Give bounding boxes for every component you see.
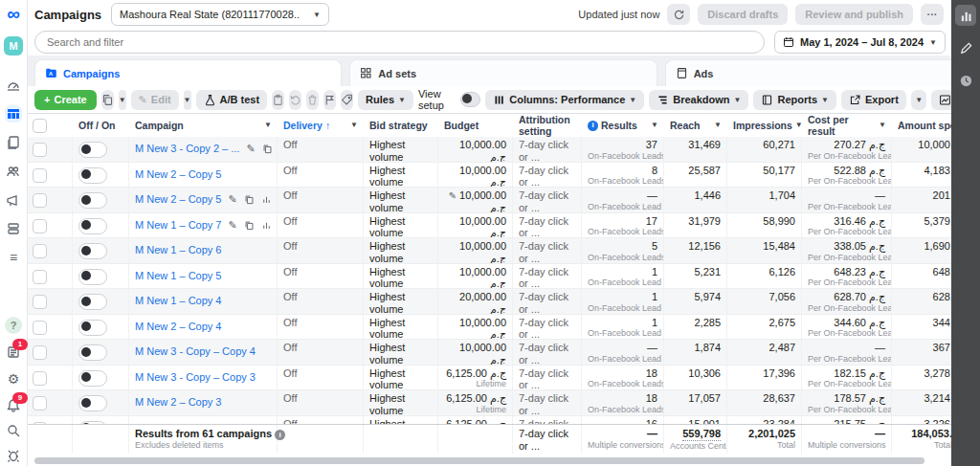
row-duplicate-icon[interactable] — [262, 144, 273, 154]
campaign-off-on-toggle[interactable] — [78, 269, 107, 285]
campaign-off-on-toggle[interactable] — [78, 395, 107, 411]
row-checkbox[interactable] — [33, 345, 47, 360]
campaign-off-on-toggle[interactable] — [78, 243, 107, 259]
row-checkbox[interactable] — [33, 168, 47, 183]
date-range-selector[interactable]: May 1, 2024 – Jul 8, 2024 ▼ — [774, 31, 946, 54]
row-edit-pencil-icon[interactable]: ✎ — [228, 193, 236, 206]
row-checkbox[interactable] — [33, 321, 47, 335]
col-header-campaign[interactable]: Campaign▼ — [129, 121, 278, 131]
col-header-cost-per-result[interactable]: Cost per result▼ — [802, 115, 892, 136]
more-options-button[interactable]: ··· — [921, 4, 944, 25]
campaign-name-link[interactable]: M New 2 – Copy 3 — [135, 396, 221, 409]
edit-panel-pencil-icon[interactable] — [955, 37, 976, 58]
col-header-results[interactable]: iResults▼ — [582, 121, 664, 131]
breakdown-button[interactable]: Breakdown ▼ — [649, 90, 748, 110]
horizontal-scrollbar[interactable] — [34, 457, 924, 464]
export-caret-button[interactable]: ▼ — [911, 90, 927, 110]
tab-campaigns[interactable]: A Campaigns — [34, 59, 342, 86]
updates-icon[interactable]: 1 — [5, 344, 22, 361]
report-a-problem-icon[interactable] — [5, 447, 22, 464]
campaign-name-link[interactable]: M New 2 – Copy 5 — [135, 168, 221, 181]
campaign-off-on-toggle[interactable] — [78, 218, 107, 234]
campaign-off-on-toggle[interactable] — [78, 167, 107, 184]
campaign-off-on-toggle[interactable] — [78, 320, 107, 336]
row-checkbox[interactable] — [33, 270, 47, 284]
notifications-bell-icon[interactable]: 9 — [5, 397, 22, 414]
campaign-name-link[interactable]: M New 1 – Copy 5 — [135, 270, 221, 282]
reports-button[interactable]: Reports ▼ — [753, 90, 835, 110]
delete-button[interactable] — [306, 90, 319, 110]
row-checkbox[interactable] — [33, 143, 47, 157]
columns-button[interactable]: Columns: Performance ▼ — [485, 90, 644, 110]
campaign-name-link[interactable]: M New 1 – Copy 4 — [135, 295, 221, 307]
campaign-off-on-toggle[interactable] — [78, 192, 107, 209]
tab-ad-sets[interactable]: Ad sets — [349, 59, 657, 86]
campaign-off-on-toggle[interactable] — [78, 344, 107, 361]
row-duplicate-icon[interactable] — [244, 220, 255, 231]
tab-ads[interactable]: Ads — [665, 59, 972, 86]
ab-test-button[interactable]: A/B test — [196, 90, 268, 110]
all-tools-icon[interactable]: ≡ — [5, 249, 22, 266]
help-icon[interactable]: ? — [5, 317, 22, 334]
campaign-name-link[interactable]: M New 2 – Copy 4 — [135, 321, 221, 333]
history-clock-icon[interactable] — [955, 70, 976, 91]
campaign-name-link[interactable]: M New 1 – Copy 6 — [135, 244, 221, 256]
campaign-name-link[interactable]: M New 1 – Copy 7 — [135, 219, 221, 232]
row-chart-icon[interactable] — [261, 194, 272, 205]
ads-reporting-icon[interactable] — [5, 134, 22, 151]
campaign-name-link[interactable]: M New 3 - Copy – Copy 3 — [135, 371, 256, 384]
col-header-reach[interactable]: Reach▼ — [664, 121, 727, 131]
edit-button[interactable]: ✎ Edit — [131, 90, 179, 110]
settings-gear-icon[interactable]: ⚙ — [5, 370, 22, 388]
col-header-budget[interactable]: Budget — [438, 121, 513, 131]
row-checkbox[interactable] — [33, 396, 47, 411]
row-chart-icon[interactable] — [261, 220, 272, 231]
campaign-name-link[interactable]: M New 3 - Copy – Copy 4 — [135, 345, 256, 358]
row-checkbox[interactable] — [33, 371, 47, 386]
billing-icon[interactable] — [5, 220, 22, 237]
col-header-impressions[interactable]: Impressions▼ — [727, 121, 802, 131]
create-button[interactable]: + Create — [34, 90, 97, 110]
row-edit-pencil-icon[interactable]: ✎ — [228, 219, 236, 232]
audiences-icon[interactable] — [5, 163, 22, 180]
review-and-publish-button[interactable]: Review and publish — [795, 4, 913, 25]
campaign-off-on-toggle[interactable] — [78, 370, 107, 387]
pin-button[interactable] — [272, 90, 284, 110]
view-setup-toggle[interactable] — [460, 92, 480, 107]
discard-drafts-button[interactable]: Discard drafts — [698, 4, 788, 25]
advertise-icon[interactable] — [5, 191, 22, 209]
campaign-off-on-toggle[interactable] — [78, 294, 107, 310]
undo-button[interactable] — [289, 90, 301, 110]
rules-button[interactable]: Rules ▼ — [358, 90, 413, 110]
row-duplicate-icon[interactable] — [244, 194, 255, 205]
meta-logo-icon[interactable]: ∞ — [5, 6, 22, 23]
col-header-attribution[interactable]: Attribution setting — [513, 115, 582, 136]
campaign-name-link[interactable]: M New 3 - Copy 2 – ... — [135, 143, 239, 155]
duplicate-caret-button[interactable]: ▼ — [119, 90, 126, 110]
flag-button[interactable] — [323, 90, 336, 110]
col-header-delivery[interactable]: Delivery↑▼ — [278, 121, 364, 131]
campaign-name-link[interactable]: M New 2 – Copy 5 — [135, 193, 221, 206]
select-all-checkbox[interactable] — [33, 119, 47, 133]
account-overview-icon[interactable] — [5, 77, 22, 94]
search-and-filter-input[interactable] — [34, 31, 765, 54]
summary-reach[interactable]: 559,798 — [670, 428, 721, 441]
row-checkbox[interactable] — [33, 295, 47, 309]
edit-caret-button[interactable]: ▼ — [184, 90, 191, 110]
ad-account-selector[interactable]: Mashoura Real State (820111770028.. ▼ — [111, 3, 329, 26]
budget-edit-pencil-icon[interactable]: ✎ — [449, 190, 457, 201]
campaigns-nav-icon[interactable] — [5, 105, 22, 122]
tag-button[interactable] — [341, 90, 353, 110]
col-header-bid-strategy[interactable]: Bid strategy — [364, 121, 438, 131]
row-checkbox[interactable] — [33, 219, 47, 233]
charts-panel-icon[interactable] — [955, 5, 976, 26]
export-button[interactable]: Export — [841, 90, 906, 110]
row-edit-pencil-icon[interactable]: ✎ — [246, 143, 255, 155]
search-input[interactable] — [45, 35, 754, 49]
refresh-button[interactable] — [667, 4, 690, 25]
search-nav-icon[interactable] — [5, 422, 22, 439]
account-avatar[interactable]: M — [4, 36, 23, 55]
campaign-off-on-toggle[interactable] — [78, 142, 107, 158]
row-checkbox[interactable] — [33, 244, 47, 258]
row-checkbox[interactable] — [33, 193, 47, 208]
